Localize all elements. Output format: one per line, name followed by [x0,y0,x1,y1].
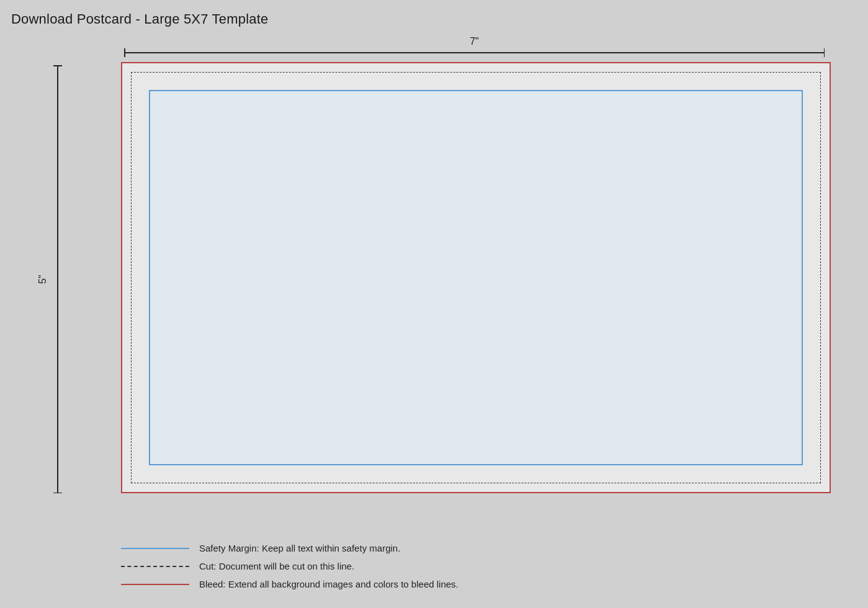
tick-bottom [53,493,62,494]
legend: Safety Margin: Keep all text within safe… [121,543,459,589]
vertical-label: 5" [37,275,48,284]
tick-right [824,48,825,57]
vertical-arrow [53,65,62,493]
horizontal-label: 7" [470,36,479,47]
page-title: Download Postcard - Large 5X7 Template [11,11,268,27]
legend-item-bleed: Bleed: Extend all background images and … [121,579,459,589]
bleed-border [121,62,831,493]
legend-text-bleed: Bleed: Extend all background images and … [199,579,459,589]
horizontal-dimension: 7" [124,36,825,57]
legend-text-safety: Safety Margin: Keep all text within safe… [199,543,400,553]
legend-line-blue [121,548,189,549]
legend-line-dashed [121,566,189,567]
horizontal-arrow [124,48,825,57]
cut-border [131,72,821,483]
vertical-dimension: 5" [37,65,62,493]
legend-item-safety: Safety Margin: Keep all text within safe… [121,543,459,553]
safety-margin-border [149,90,803,465]
legend-item-cut: Cut: Document will be cut on this line. [121,561,459,571]
legend-line-red [121,584,189,585]
arrow-h-line [124,52,825,53]
legend-text-cut: Cut: Document will be cut on this line. [199,561,354,571]
template-area [121,62,831,493]
arrow-v-line [57,66,58,493]
